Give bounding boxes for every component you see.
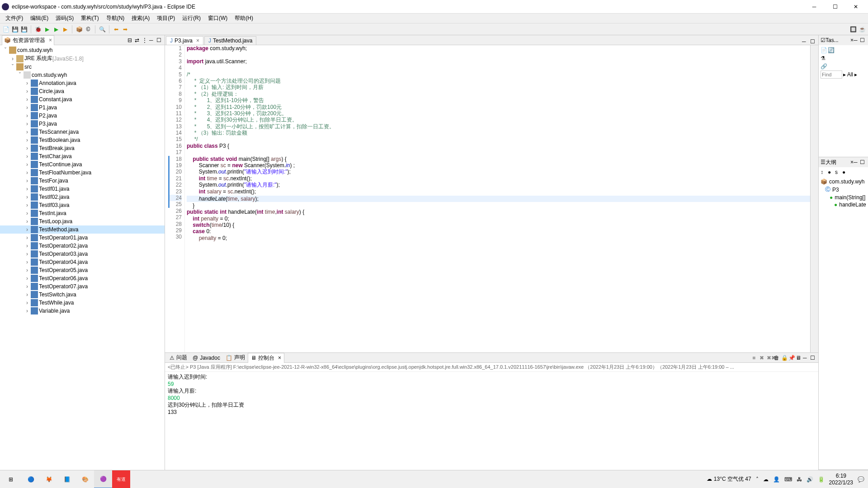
close-outline-icon[interactable]: × [850,159,854,165]
tree-item[interactable]: ›TestBreak.java [0,144,165,152]
tree-item[interactable]: ›TestOperator07.java [0,282,165,291]
menu-item[interactable]: 文件(F) [2,14,27,23]
external-button[interactable]: ▶ [61,25,69,33]
save-all-button[interactable]: 💾 [20,25,28,33]
code-area[interactable]: package com.study.wyh; import java.util.… [185,45,810,352]
tray-chevron-icon[interactable]: ˄ [756,476,759,483]
console-output[interactable]: 请输入迟到时间:59请输入月薪:8000迟到30分钟以上，扣除半日工资133 [165,372,818,470]
outline-item[interactable]: ⒸP3 [821,185,866,194]
tree-item[interactable]: ›Annotation.java [0,79,165,87]
menu-item[interactable]: 源码(S) [52,14,77,23]
eclipse-app[interactable]: 🟣 [94,470,112,488]
java-perspective-button[interactable]: ☕ [858,25,866,33]
onedrive-icon[interactable]: ☁ [763,476,769,483]
refresh-icon[interactable]: 🔄 [828,47,834,53]
console-tab[interactable]: @Javadoc [190,354,223,362]
editor-body[interactable]: 1234567891011121314151617181920212223242… [165,45,818,352]
tree-item[interactable]: ˇcom.study.wyh [0,71,165,79]
tree-item[interactable]: ›TestOperator05.java [0,266,165,274]
tree-item[interactable]: ›TestIf01.java [0,185,165,193]
maximize-outline-icon[interactable]: ☐ [860,159,866,165]
maximize-console-icon[interactable]: ☐ [810,355,816,361]
word-app[interactable]: 📘 [58,470,76,488]
maximize-editor-icon[interactable]: ☐ [810,38,816,45]
display-console-icon[interactable]: 🖥 [796,355,802,361]
tree-item[interactable]: ›TestOperator06.java [0,274,165,282]
overview-ruler[interactable] [810,45,818,352]
menu-item[interactable]: 导航(N) [103,14,128,23]
remove-launch-icon[interactable]: ✖ [760,355,766,361]
menu-item[interactable]: 窗口(W) [204,14,231,23]
scroll-lock-icon[interactable]: 🔒 [781,355,788,361]
menu-item[interactable]: 搜索(A) [128,14,153,23]
start-button[interactable]: ⊞ [0,470,22,488]
hide-static-icon[interactable]: s [835,169,841,175]
minimize-button[interactable]: ─ [804,0,825,14]
console-tab[interactable]: 🖥控制台× [248,353,284,363]
editor-tab[interactable]: JTestMethod.java [204,36,256,45]
sort-icon[interactable]: ↕ [821,169,827,175]
tree-item[interactable]: ›TestIf03.java [0,201,165,209]
clear-console-icon[interactable]: 🗑 [774,355,780,361]
close-icon[interactable]: × [278,355,281,361]
back-button[interactable]: ⬅ [112,25,120,33]
coverage-button[interactable]: ▶ [52,25,60,33]
editor-tab[interactable]: JP3.java× [166,36,203,45]
tree-item[interactable]: ›TestFor.java [0,177,165,185]
new-package-button[interactable]: 📦 [75,25,83,33]
people-icon[interactable]: 👤 [773,476,780,483]
new-class-button[interactable]: © [84,25,92,33]
tree-item[interactable]: ›Variable.java [0,307,165,315]
tree-item[interactable]: ›TestOperator03.java [0,250,165,258]
collapse-all-icon[interactable]: ⊟ [127,37,134,43]
tree-item[interactable]: ›TestInt.java [0,209,165,217]
hide-nonpublic-icon[interactable]: ● [842,169,849,175]
minimize-view-icon[interactable]: ─ [149,37,156,43]
console-tab[interactable]: ⚠问题 [167,353,190,362]
outline-item[interactable]: ●handleLate( [821,201,866,208]
save-button[interactable]: 💾 [11,25,19,33]
new-button[interactable]: 📄 [2,25,10,33]
tree-item[interactable]: ›JRE 系统库 [JavaSE-1.8] [0,54,165,63]
close-icon[interactable]: × [49,37,52,43]
tree-item[interactable]: ›Constant.java [0,95,165,103]
maximize-button[interactable]: ☐ [825,0,845,14]
tree-item[interactable]: ›TestChar.java [0,152,165,160]
minimize-console-icon[interactable]: ─ [803,355,809,361]
remove-all-icon[interactable]: ✖✖ [767,355,773,361]
minimize-tasks-icon[interactable]: ─ [854,37,860,43]
tree-item[interactable]: ›Circle.java [0,87,165,95]
tree-item[interactable]: ›TestOperator02.java [0,242,165,250]
dict-app[interactable]: 有道 [112,470,130,488]
menu-item[interactable]: 项目(P) [153,14,179,23]
outline-item[interactable]: ●main(String[] [821,194,866,201]
new-task-icon[interactable]: 📄 [821,47,827,53]
outline-body[interactable]: ↕ ● s ● 📦com.study.wyhⒸP3●main(String[]●… [819,167,868,210]
tree-item[interactable]: ˇsrc [0,63,165,71]
input-icon[interactable]: ⌨ [784,476,792,483]
view-menu-icon[interactable]: ⋮ [142,37,148,43]
maximize-view-icon[interactable]: ☐ [156,37,163,43]
package-tree[interactable]: ˇcom.study.wyh›JRE 系统库 [JavaSE-1.8]ˇsrcˇ… [0,45,165,470]
tree-item[interactable]: ›TestLoop.java [0,217,165,225]
tree-item[interactable]: ›TestOperator01.java [0,234,165,242]
close-button[interactable]: ✕ [845,0,866,14]
minimize-editor-icon[interactable]: ─ [802,38,808,45]
volume-icon[interactable]: 🔊 [807,476,813,483]
menu-item[interactable]: 帮助(H) [231,14,257,23]
menu-item[interactable]: 运行(R) [179,14,204,23]
hide-fields-icon[interactable]: ● [828,169,834,175]
debug-button[interactable]: 🐞 [34,25,42,33]
tree-item[interactable]: ›TestContinue.java [0,160,165,169]
tree-item[interactable]: ›TestSwitch.java [0,291,165,299]
open-perspective-button[interactable]: 🔲 [849,25,857,33]
tree-item[interactable]: ›TestIf02.java [0,193,165,201]
notification-icon[interactable]: 💬 [858,476,864,483]
firefox-app[interactable]: 🦊 [40,470,58,488]
weather-widget[interactable]: ☁ 13°C 空气优 47 [707,475,751,483]
all-dropdown[interactable]: ▸ All ▸ [843,71,857,78]
network-icon[interactable]: 🖧 [797,476,802,483]
menu-item[interactable]: 编辑(E) [27,14,52,23]
clock[interactable]: 6:19 2022/1/23 [829,473,853,486]
tree-item[interactable]: ›TestFloatNumber.java [0,169,165,177]
